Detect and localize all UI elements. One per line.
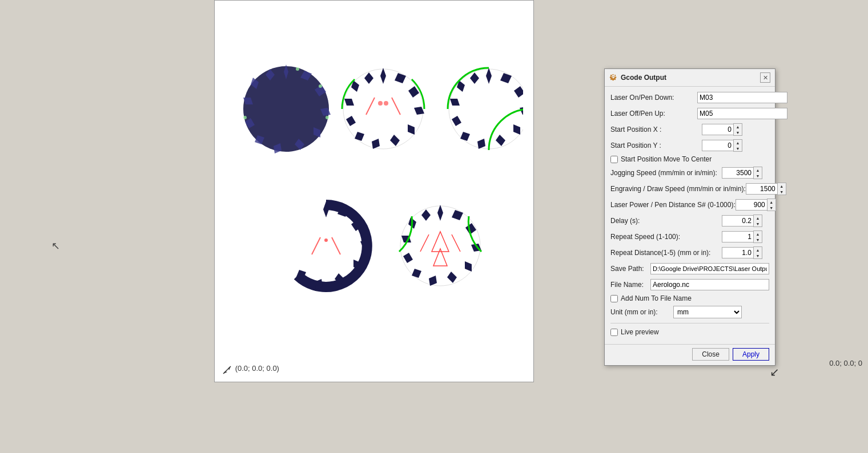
- svg-point-14: [319, 84, 322, 88]
- jogging-speed-input[interactable]: [722, 167, 753, 179]
- delay-row: Delay (s): ▲ ▼: [610, 215, 769, 227]
- laser-power-down-button[interactable]: ▼: [767, 205, 775, 211]
- delay-label: Delay (s):: [610, 217, 722, 225]
- apply-button[interactable]: Apply: [733, 348, 769, 361]
- laser-on-input[interactable]: [697, 92, 787, 103]
- canvas-content: (0.0; 0.0; 0.0): [215, 1, 533, 382]
- live-preview-row: Live preview: [610, 328, 769, 336]
- start-x-down-button[interactable]: ▼: [734, 130, 742, 135]
- engraving-speed-input[interactable]: [746, 183, 777, 195]
- svg-point-13: [296, 67, 299, 71]
- laser-power-spinner: ▲ ▼: [736, 199, 776, 211]
- laser-off-row: Laser Off/Pen Up:: [610, 107, 769, 120]
- repeat-distance-input[interactable]: [722, 247, 753, 258]
- svg-line-58: [312, 237, 320, 254]
- start-move-checkbox[interactable]: [610, 156, 618, 163]
- repeat-speed-input[interactable]: [722, 231, 753, 242]
- save-path-input[interactable]: [650, 263, 769, 274]
- start-x-label: Start Position X :: [610, 126, 702, 134]
- start-x-spinner-buttons: ▲ ▼: [733, 123, 742, 136]
- jogging-speed-row: Jogging Speed (mm/min or in/min): ▲ ▼: [610, 167, 769, 179]
- canvas-area: (0.0; 0.0; 0.0): [214, 0, 534, 382]
- jogging-speed-down-button[interactable]: ▼: [754, 173, 762, 179]
- delay-input[interactable]: [722, 215, 753, 226]
- add-num-label: Add Num To File Name: [621, 294, 692, 302]
- file-name-row: File Name:: [610, 278, 769, 291]
- laser-off-label: Laser Off/Pen Up:: [610, 110, 697, 118]
- repeat-speed-label: Repeat Speed (1-100):: [610, 233, 722, 241]
- coord-label: (0.0; 0.0; 0.0): [220, 363, 279, 375]
- repeat-speed-up-button[interactable]: ▲: [754, 231, 762, 237]
- bottom-right-arrow: ↙: [770, 365, 779, 379]
- start-y-spinner-buttons: ▲ ▼: [733, 139, 742, 152]
- laser-power-spinner-buttons: ▲ ▼: [767, 199, 776, 211]
- file-name-input[interactable]: [650, 279, 769, 290]
- laser-on-row: Laser On/Pen Down:: [610, 91, 769, 104]
- start-y-label: Start Position Y :: [610, 141, 702, 149]
- repeat-distance-up-button[interactable]: ▲: [754, 247, 762, 253]
- right-coord-display: 0.0; 0.0; 0: [829, 359, 862, 367]
- engraving-speed-down-button[interactable]: ▼: [778, 189, 786, 195]
- dialog-title-left: Gcode Output: [609, 74, 666, 82]
- add-num-checkbox[interactable]: [610, 295, 618, 302]
- start-x-up-button[interactable]: ▲: [734, 124, 742, 130]
- dialog-titlebar: Gcode Output ✕: [605, 69, 775, 87]
- repeat-distance-row: Repeat Distance(1-5) (mm or in): ▲ ▼: [610, 246, 769, 259]
- jogging-speed-spinner: ▲ ▼: [722, 167, 762, 179]
- live-preview-checkbox[interactable]: [610, 329, 618, 336]
- laser-off-input[interactable]: [697, 108, 787, 119]
- svg-point-33: [384, 101, 388, 106]
- start-y-down-button[interactable]: ▼: [734, 145, 742, 151]
- svg-point-61: [415, 220, 466, 272]
- close-button[interactable]: Close: [692, 348, 729, 361]
- repeat-speed-spinner: ▲ ▼: [722, 230, 762, 243]
- svg-point-18: [356, 82, 411, 136]
- repeat-distance-down-button[interactable]: ▼: [754, 253, 762, 258]
- laser-power-label: Laser Power / Pen Distance S# (0-1000):: [610, 201, 736, 209]
- engraving-speed-up-button[interactable]: ▲: [778, 183, 786, 189]
- gcode-output-dialog: Gcode Output ✕ Laser On/Pen Down: Laser …: [604, 68, 775, 366]
- delay-down-button[interactable]: ▼: [754, 221, 762, 226]
- unit-select[interactable]: mm in: [673, 306, 742, 318]
- jogging-speed-up-button[interactable]: ▲: [754, 167, 762, 173]
- add-num-row: Add Num To File Name: [610, 294, 769, 302]
- svg-point-16: [243, 116, 247, 119]
- gear-icon: [609, 74, 617, 82]
- svg-point-34: [378, 101, 383, 106]
- file-name-label: File Name:: [610, 281, 650, 289]
- repeat-distance-spinner-buttons: ▲ ▼: [753, 246, 762, 259]
- svg-point-15: [326, 116, 329, 119]
- engraving-speed-spinner-buttons: ▲ ▼: [777, 183, 786, 195]
- jogging-speed-spinner-buttons: ▲ ▼: [753, 167, 762, 179]
- start-y-up-button[interactable]: ▲: [734, 140, 742, 145]
- svg-point-36: [463, 83, 515, 135]
- dialog-close-x-button[interactable]: ✕: [760, 72, 770, 83]
- laser-power-input[interactable]: [736, 199, 767, 211]
- laser-on-label: Laser On/Pen Down:: [610, 94, 697, 102]
- start-move-label: Start Position Move To Center: [621, 155, 712, 163]
- engraving-speed-label: Engraving / Draw Speed (mm/min or in/min…: [610, 185, 746, 193]
- laser-power-row: Laser Power / Pen Distance S# (0-1000): …: [610, 199, 769, 211]
- drawing-canvas: [226, 35, 523, 366]
- repeat-speed-down-button[interactable]: ▼: [754, 237, 762, 242]
- start-x-row: Start Position X : ▲ ▼: [610, 123, 769, 136]
- jogging-speed-label: Jogging Speed (mm/min or in/min):: [610, 169, 722, 177]
- start-y-row: Start Position Y : ▲ ▼: [610, 139, 769, 152]
- start-move-row: Start Position Move To Center: [610, 155, 769, 163]
- cursor: ↖: [51, 240, 60, 252]
- delay-spinner: ▲ ▼: [722, 215, 762, 227]
- laser-power-up-button[interactable]: ▲: [767, 199, 775, 205]
- start-y-input[interactable]: [702, 140, 733, 151]
- delay-up-button[interactable]: ▲: [754, 215, 762, 221]
- save-path-label: Save Path:: [610, 265, 650, 273]
- repeat-speed-row: Repeat Speed (1-100): ▲ ▼: [610, 230, 769, 243]
- start-x-input[interactable]: [702, 124, 733, 135]
- repeat-speed-spinner-buttons: ▲ ▼: [753, 230, 762, 243]
- unit-row: Unit (mm or in): mm in: [610, 306, 769, 318]
- repeat-distance-spinner: ▲ ▼: [722, 246, 762, 259]
- save-path-row: Save Path:: [610, 262, 769, 275]
- delay-spinner-buttons: ▲ ▼: [753, 215, 762, 227]
- svg-line-57: [332, 237, 340, 254]
- repeat-distance-label: Repeat Distance(1-5) (mm or in):: [610, 249, 722, 257]
- unit-label: Unit (mm or in):: [610, 308, 673, 316]
